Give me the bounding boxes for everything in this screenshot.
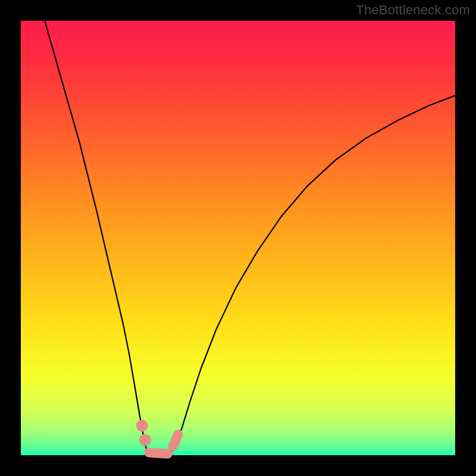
chart-background-gradient xyxy=(21,21,455,455)
marker-dot xyxy=(136,419,148,431)
marker-segment xyxy=(149,453,167,454)
marker-segment xyxy=(173,434,178,446)
chart-stage: TheBottleneck.com xyxy=(0,0,476,476)
watermark-text: TheBottleneck.com xyxy=(356,2,470,18)
bottleneck-chart xyxy=(0,0,476,476)
marker-dot xyxy=(139,434,151,446)
